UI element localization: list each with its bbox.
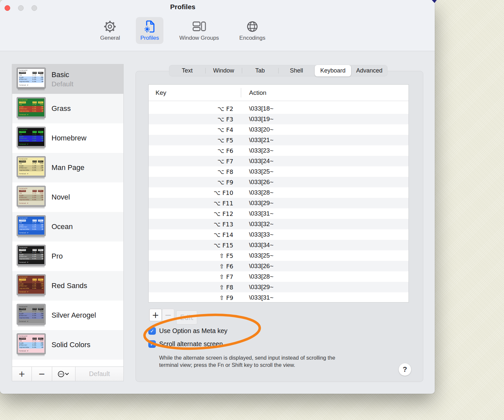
action-cell: \033[31~	[241, 294, 274, 301]
checkbox-label: Scroll alternate screen	[159, 340, 223, 348]
preferences-window: Profiles General	[0, 0, 435, 394]
more-options-button[interactable]	[52, 367, 75, 381]
key-cell: ⌥ F6	[149, 147, 241, 154]
toolbar-item-profiles[interactable]: Profiles	[136, 17, 164, 44]
toolbar-item-general[interactable]: General	[95, 17, 124, 44]
action-cell: \033[26~	[241, 178, 274, 186]
thumbnail-reflection	[18, 89, 45, 91]
window-groups-icon	[192, 19, 207, 34]
toolbar-item-window-groups[interactable]: Window Groups	[175, 17, 223, 44]
thumbnail-reflection	[18, 354, 45, 357]
table-body: ⌥ F2 \033[18~ ⌥ F3 \033[19~ ⌥ F4 \033[20…	[149, 101, 409, 303]
profile-name: Homebrew	[52, 134, 86, 142]
window-title: Profiles	[0, 3, 366, 11]
profile-name: Man Page	[52, 163, 84, 172]
table-row[interactable]: ⇧ F5 \033[25~	[149, 250, 409, 261]
sidebar-item-ocean[interactable]: Terminal# COMMAND %CPU RPRVT top4.1%231K…	[12, 212, 123, 242]
add-key-button[interactable]: +	[149, 309, 162, 321]
tab-label: Tab	[255, 67, 265, 74]
use-option-as-meta-checkbox[interactable]: ✓	[148, 327, 156, 335]
toolbar-item-label: General	[100, 35, 120, 41]
column-header-key[interactable]: Key	[149, 89, 241, 96]
table-row[interactable]: ⌥ F2 \033[18~	[149, 103, 409, 114]
edit-key-button[interactable]: Edit	[176, 310, 197, 325]
toolbar-item-label: Profiles	[140, 35, 159, 41]
table-row[interactable]: ⌥ F12 \033[31~	[149, 208, 409, 219]
scroll-alternate-screen-checkbox[interactable]: ✓	[148, 340, 156, 348]
profile-name: Solid Colors	[52, 341, 91, 349]
key-cell: ⌥ F14	[149, 231, 241, 238]
action-cell: \033[28~	[241, 273, 274, 280]
profile-thumbnail: Terminal# COMMAND %CPU RPRVT top4.1%231K…	[16, 186, 46, 209]
action-cell: \033[18~	[241, 105, 274, 112]
sidebar-item-man-page[interactable]: Terminal# COMMAND %CPU RPRVT top4.1%231K…	[12, 153, 123, 182]
profile-thumbnail: Terminal# COMMAND %CPU RPRVT top4.1%231K…	[16, 245, 46, 268]
sidebar-item-grass[interactable]: Terminal# COMMAND %CPU RPRVT top4.1%231K…	[12, 94, 123, 123]
tab-shell[interactable]: Shell	[278, 65, 315, 76]
tab-keyboard[interactable]: Keyboard	[315, 65, 351, 76]
toolbar-item-encodings[interactable]: Encodings	[235, 17, 270, 44]
tab-label: Keyboard	[320, 67, 346, 74]
tab-bar: Text Window Tab Shell Keyboard Advanced	[169, 65, 388, 76]
remove-key-button[interactable]: −	[162, 309, 174, 321]
table-row[interactable]: ⌥ F7 \033[24~	[149, 156, 409, 166]
profile-sidebar: Terminal# COMMAND %CPU RPRVT top4.1%231K…	[12, 64, 124, 381]
table-row[interactable]: ⌥ F11 \033[29~	[149, 198, 409, 208]
thumbnail-reflection	[18, 118, 45, 120]
option-meta-checkbox-row: ✓ Use Option as Meta key	[148, 327, 227, 335]
tab-label: Shell	[290, 67, 303, 74]
profile-thumbnail: Terminal# COMMAND %CPU RPRVT top4.1%231K…	[16, 68, 46, 91]
action-cell: \033[32~	[241, 220, 274, 228]
sidebar-item-homebrew[interactable]: Terminal# COMMAND %CPU RPRVT top4.1%231K…	[12, 123, 123, 153]
more-options-icon	[57, 370, 70, 378]
remove-profile-button[interactable]: −	[32, 367, 52, 381]
sidebar-item-silver-aerogel[interactable]: Terminal# COMMAND %CPU RPRVT top4.1%231K…	[12, 301, 123, 330]
key-cell: ⇧ F7	[149, 273, 241, 280]
thumbnail-reflection	[18, 236, 45, 239]
sidebar-item-basic[interactable]: Terminal# COMMAND %CPU RPRVT top4.1%231K…	[12, 64, 123, 94]
profile-thumbnail: Terminal# COMMAND %CPU RPRVT top4.1%231K…	[16, 304, 46, 327]
action-cell: \033[20~	[241, 126, 274, 133]
table-row[interactable]: ⌥ F10 \033[28~	[149, 187, 409, 198]
table-row[interactable]: ⌥ F5 \033[21~	[149, 135, 409, 145]
table-row[interactable]: ⇧ F9 \033[31~	[149, 292, 409, 303]
table-row[interactable]: ⌥ F4 \033[20~	[149, 124, 409, 135]
table-row[interactable]: ⌥ F8 \033[25~	[149, 166, 409, 177]
tab-tab[interactable]: Tab	[242, 65, 278, 76]
table-row[interactable]: ⌥ F3 \033[19~	[149, 114, 409, 124]
tab-advanced[interactable]: Advanced	[351, 65, 388, 76]
key-cell: ⇧ F9	[149, 294, 241, 301]
sidebar-item-red-sands[interactable]: Terminal# COMMAND %CPU RPRVT top4.1%231K…	[12, 271, 123, 301]
key-cell: ⌥ F9	[149, 179, 241, 186]
table-row[interactable]: ⌥ F14 \033[33~	[149, 229, 409, 240]
sidebar-item-novel[interactable]: Terminal# COMMAND %CPU RPRVT top4.1%231K…	[12, 182, 123, 212]
tab-window[interactable]: Window	[205, 65, 242, 76]
table-row[interactable]: ⌥ F6 \033[23~	[149, 145, 409, 156]
table-row[interactable]: ⌥ F13 \033[32~	[149, 219, 409, 229]
table-row[interactable]: ⇧ F7 \033[28~	[149, 271, 409, 282]
default-button[interactable]: Default	[75, 367, 123, 381]
profile-thumbnail: Terminal# COMMAND %CPU RPRVT top4.1%231K…	[16, 274, 46, 298]
help-button[interactable]: ?	[399, 363, 411, 376]
sidebar-item-pro[interactable]: Terminal# COMMAND %CPU RPRVT top4.1%231K…	[12, 242, 123, 271]
table-row[interactable]: ⌥ F9 \033[26~	[149, 177, 409, 187]
action-cell: \033[19~	[241, 116, 274, 123]
table-row[interactable]: ⇧ F6 \033[26~	[149, 261, 409, 271]
table-row[interactable]: ⇧ F8 \033[29~	[149, 282, 409, 292]
thumbnail-reflection	[18, 266, 45, 268]
column-divider	[241, 88, 241, 97]
action-cell: \033[34~	[241, 242, 274, 249]
action-cell: \033[33~	[241, 231, 274, 238]
tab-text[interactable]: Text	[169, 65, 205, 76]
add-profile-button[interactable]: +	[12, 367, 32, 381]
key-cell: ⌥ F7	[149, 158, 241, 165]
action-cell: \033[28~	[241, 189, 274, 196]
action-cell: \033[25~	[241, 252, 274, 259]
column-header-action[interactable]: Action	[241, 89, 266, 96]
table-row[interactable]: ⌥ F15 \033[34~	[149, 240, 409, 250]
action-cell: \033[31~	[241, 210, 274, 217]
action-cell: \033[21~	[241, 136, 274, 144]
tab-label: Advanced	[356, 67, 382, 74]
sidebar-item-solid-colors[interactable]: Terminal# COMMAND %CPU RPRVT top4.1%231K…	[12, 330, 123, 360]
key-cell: ⌥ F5	[149, 137, 241, 144]
